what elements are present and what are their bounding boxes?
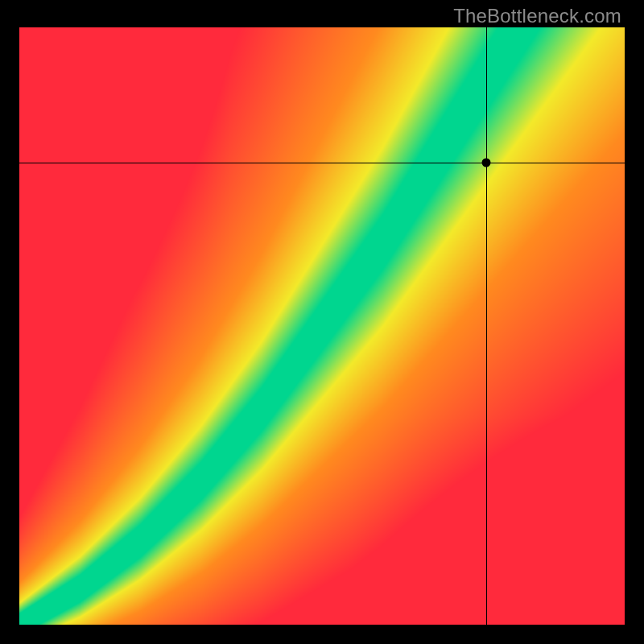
crosshair-marker xyxy=(482,159,491,167)
heatmap-plot xyxy=(19,27,625,625)
crosshair-vertical xyxy=(486,27,487,625)
crosshair-horizontal xyxy=(19,163,625,163)
watermark-text: TheBottleneck.com xyxy=(453,5,621,27)
heatmap-canvas xyxy=(19,27,625,625)
chart-frame: TheBottleneck.com xyxy=(0,0,644,644)
